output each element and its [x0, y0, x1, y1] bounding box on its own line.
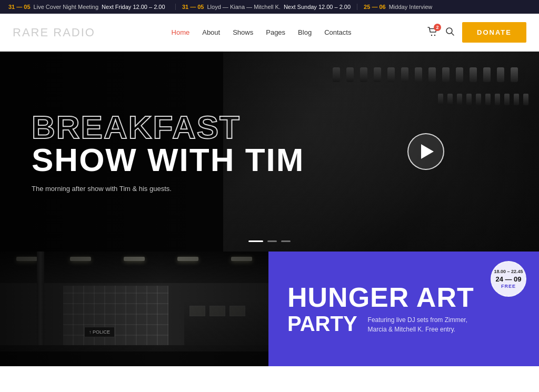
ticker-text-2: Lloyd — Kiana — Mitchell K. — [207, 4, 281, 10]
bottom-section: ↑ POLICE 18.00 – 22.45 24 — 09 FREE — [0, 252, 539, 366]
hero-title: BREAKFAST SHOW WITH TIM — [32, 111, 304, 176]
badge-free: FREE — [501, 284, 516, 289]
slider-dot-3[interactable] — [281, 240, 291, 242]
event-badge: 18.00 – 22.45 24 — 09 FREE — [491, 261, 526, 297]
subway-darkness-overlay — [0, 252, 268, 366]
nav-about[interactable]: About — [202, 28, 220, 36]
donate-button[interactable]: DONATE — [462, 22, 526, 43]
ticker-item-1: 31 — 05 Live Cover Night Meeting Next Fr… — [8, 4, 176, 10]
svg-point-2 — [446, 28, 452, 34]
nav-shows[interactable]: Shows — [233, 28, 253, 36]
header: RARE RADIO Home About Shows Pages Blog C… — [0, 14, 539, 52]
ticker-date-1: 31 — 05 — [8, 4, 31, 10]
hero-section: BREAKFAST SHOW WITH TIM The morning afte… — [0, 52, 539, 252]
hero-title-outline: BREAKFAST — [32, 111, 304, 144]
cart-button[interactable]: 2 — [427, 27, 438, 38]
slider-dot-1[interactable] — [248, 240, 263, 242]
hero-subtitle: The morning after show with Tim & his gu… — [32, 185, 200, 193]
event-card: 18.00 – 22.45 24 — 09 FREE HUNGER ART PA… — [268, 252, 539, 366]
slider-dots — [248, 240, 291, 242]
ticker-item-2: 31 — 05 Lloyd — Kiana — Mitchell K. Next… — [176, 4, 357, 10]
nav-icons: 2 DONATE — [427, 22, 526, 43]
play-button-wrap[interactable] — [407, 133, 444, 170]
ticker-time-2: Next Sunday 12.00 – 2.00 — [284, 4, 351, 10]
hero-title-solid: SHOW WITH TIM — [32, 144, 304, 176]
event-title: HUNGER ART — [287, 284, 520, 311]
search-button[interactable] — [445, 27, 455, 38]
ticker-item-3: 25 — 06 Midday Interview — [357, 4, 531, 10]
svg-point-0 — [431, 34, 432, 35]
play-button[interactable] — [407, 133, 444, 170]
ticker-text-3: Midday Interview — [389, 4, 433, 10]
ticker-bar: 31 — 05 Live Cover Night Meeting Next Fr… — [0, 0, 539, 14]
nav-home[interactable]: Home — [172, 28, 190, 36]
hero-content: BREAKFAST SHOW WITH TIM The morning afte… — [0, 111, 336, 193]
logo[interactable]: RARE RADIO — [13, 26, 95, 39]
cart-badge: 2 — [434, 24, 441, 31]
event-subtitle-row: PARTY Featuring live DJ sets from Zimmer… — [287, 313, 520, 334]
event-party: PARTY — [287, 313, 357, 334]
nav-blog[interactable]: Blog — [298, 28, 312, 36]
ticker-date-2: 31 — 05 — [182, 4, 204, 10]
badge-time: 18.00 – 22.45 — [494, 269, 523, 275]
svg-point-1 — [434, 34, 435, 35]
subway-image: ↑ POLICE — [0, 252, 268, 366]
logo-light: RADIO — [53, 26, 95, 39]
slider-dot-2[interactable] — [267, 240, 277, 242]
logo-bold: RARE — [13, 26, 49, 39]
nav-pages[interactable]: Pages — [266, 28, 285, 36]
event-description: Featuring live DJ sets from Zimmer, Marc… — [368, 313, 484, 334]
subway-scene: ↑ POLICE — [0, 252, 268, 366]
badge-circle: 18.00 – 22.45 24 — 09 FREE — [491, 261, 526, 297]
nav-contacts[interactable]: Contacts — [324, 28, 351, 36]
ticker-time-1: Next Friday 12.00 – 2.00 — [102, 4, 165, 10]
ticker-date-3: 25 — 06 — [364, 4, 386, 10]
main-nav: Home About Shows Pages Blog Contacts — [172, 28, 352, 36]
ticker-text-1: Live Cover Night Meeting — [34, 4, 99, 10]
play-icon — [421, 144, 434, 159]
badge-date: 24 — 09 — [495, 275, 521, 284]
